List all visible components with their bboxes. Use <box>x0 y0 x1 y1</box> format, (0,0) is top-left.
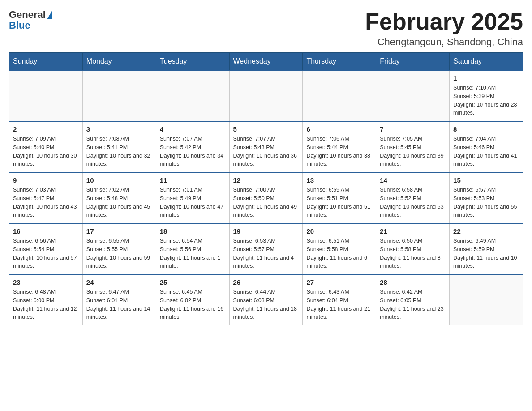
calendar-table: SundayMondayTuesdayWednesdayThursdayFrid… <box>9 52 523 325</box>
day-info: Sunrise: 7:07 AM Sunset: 5:42 PM Dayligh… <box>160 135 226 168</box>
calendar-cell: 14Sunrise: 6:58 AM Sunset: 5:52 PM Dayli… <box>376 172 450 223</box>
weekday-header-saturday: Saturday <box>450 53 523 71</box>
day-info: Sunrise: 6:55 AM Sunset: 5:55 PM Dayligh… <box>86 237 152 270</box>
calendar-cell <box>303 70 376 121</box>
day-number: 7 <box>380 125 446 133</box>
calendar-cell: 11Sunrise: 7:01 AM Sunset: 5:49 PM Dayli… <box>156 172 229 223</box>
calendar-cell: 10Sunrise: 7:02 AM Sunset: 5:48 PM Dayli… <box>82 172 156 223</box>
calendar-cell: 28Sunrise: 6:42 AM Sunset: 6:05 PM Dayli… <box>376 274 450 325</box>
calendar-cell: 7Sunrise: 7:05 AM Sunset: 5:45 PM Daylig… <box>376 121 450 172</box>
logo-general-text: General <box>9 9 46 21</box>
day-number: 20 <box>306 227 372 235</box>
week-row-4: 16Sunrise: 6:56 AM Sunset: 5:54 PM Dayli… <box>9 223 523 274</box>
weekday-header-monday: Monday <box>82 53 156 71</box>
day-number: 6 <box>306 125 372 133</box>
logo-triangle-icon <box>47 10 52 19</box>
calendar-cell: 4Sunrise: 7:07 AM Sunset: 5:42 PM Daylig… <box>156 121 229 172</box>
calendar-cell: 22Sunrise: 6:49 AM Sunset: 5:59 PM Dayli… <box>450 223 523 274</box>
day-info: Sunrise: 6:49 AM Sunset: 5:59 PM Dayligh… <box>453 237 519 270</box>
calendar-cell: 26Sunrise: 6:44 AM Sunset: 6:03 PM Dayli… <box>229 274 303 325</box>
day-number: 18 <box>160 227 226 235</box>
day-info: Sunrise: 6:53 AM Sunset: 5:57 PM Dayligh… <box>233 237 299 270</box>
day-info: Sunrise: 7:10 AM Sunset: 5:39 PM Dayligh… <box>453 84 519 117</box>
weekday-header-tuesday: Tuesday <box>156 53 229 71</box>
day-info: Sunrise: 6:48 AM Sunset: 6:00 PM Dayligh… <box>13 288 79 321</box>
week-row-1: 1Sunrise: 7:10 AM Sunset: 5:39 PM Daylig… <box>9 70 523 121</box>
day-number: 25 <box>160 278 226 286</box>
day-info: Sunrise: 7:07 AM Sunset: 5:43 PM Dayligh… <box>233 135 299 168</box>
weekday-header-row: SundayMondayTuesdayWednesdayThursdayFrid… <box>9 53 523 71</box>
calendar-cell: 9Sunrise: 7:03 AM Sunset: 5:47 PM Daylig… <box>9 172 83 223</box>
day-info: Sunrise: 7:08 AM Sunset: 5:41 PM Dayligh… <box>86 135 152 168</box>
day-number: 4 <box>160 125 226 133</box>
weekday-header-thursday: Thursday <box>303 53 376 71</box>
day-info: Sunrise: 6:50 AM Sunset: 5:58 PM Dayligh… <box>380 237 446 270</box>
day-info: Sunrise: 6:45 AM Sunset: 6:02 PM Dayligh… <box>160 288 226 321</box>
weekday-header-wednesday: Wednesday <box>229 53 303 71</box>
calendar-cell: 16Sunrise: 6:56 AM Sunset: 5:54 PM Dayli… <box>9 223 83 274</box>
calendar-cell <box>82 70 156 121</box>
calendar-cell <box>450 274 523 325</box>
day-info: Sunrise: 7:04 AM Sunset: 5:46 PM Dayligh… <box>453 135 519 168</box>
week-row-5: 23Sunrise: 6:48 AM Sunset: 6:00 PM Dayli… <box>9 274 523 325</box>
calendar-cell <box>229 70 303 121</box>
day-number: 8 <box>453 125 519 133</box>
day-number: 23 <box>13 278 79 286</box>
day-number: 13 <box>306 176 372 184</box>
calendar-cell: 23Sunrise: 6:48 AM Sunset: 6:00 PM Dayli… <box>9 274 83 325</box>
calendar-cell: 18Sunrise: 6:54 AM Sunset: 5:56 PM Dayli… <box>156 223 229 274</box>
day-number: 15 <box>453 176 519 184</box>
calendar-cell: 5Sunrise: 7:07 AM Sunset: 5:43 PM Daylig… <box>229 121 303 172</box>
day-number: 11 <box>160 176 226 184</box>
calendar-cell <box>9 70 83 121</box>
month-year-title: February 2025 <box>365 9 523 34</box>
calendar-cell: 13Sunrise: 6:59 AM Sunset: 5:51 PM Dayli… <box>303 172 376 223</box>
day-info: Sunrise: 7:09 AM Sunset: 5:40 PM Dayligh… <box>13 135 79 168</box>
calendar-cell: 25Sunrise: 6:45 AM Sunset: 6:02 PM Dayli… <box>156 274 229 325</box>
calendar-cell <box>156 70 229 121</box>
day-info: Sunrise: 6:44 AM Sunset: 6:03 PM Dayligh… <box>233 288 299 321</box>
day-info: Sunrise: 6:57 AM Sunset: 5:53 PM Dayligh… <box>453 186 519 219</box>
calendar-cell: 2Sunrise: 7:09 AM Sunset: 5:40 PM Daylig… <box>9 121 83 172</box>
calendar-cell: 12Sunrise: 7:00 AM Sunset: 5:50 PM Dayli… <box>229 172 303 223</box>
day-number: 21 <box>380 227 446 235</box>
calendar-cell: 1Sunrise: 7:10 AM Sunset: 5:39 PM Daylig… <box>450 70 523 121</box>
day-number: 28 <box>380 278 446 286</box>
day-info: Sunrise: 6:43 AM Sunset: 6:04 PM Dayligh… <box>306 288 372 321</box>
calendar-cell: 27Sunrise: 6:43 AM Sunset: 6:04 PM Dayli… <box>303 274 376 325</box>
day-number: 26 <box>233 278 299 286</box>
day-number: 5 <box>233 125 299 133</box>
day-info: Sunrise: 7:03 AM Sunset: 5:47 PM Dayligh… <box>13 186 79 219</box>
day-info: Sunrise: 7:05 AM Sunset: 5:45 PM Dayligh… <box>380 135 446 168</box>
calendar-cell: 20Sunrise: 6:51 AM Sunset: 5:58 PM Dayli… <box>303 223 376 274</box>
calendar-cell: 21Sunrise: 6:50 AM Sunset: 5:58 PM Dayli… <box>376 223 450 274</box>
day-number: 2 <box>13 125 79 133</box>
day-info: Sunrise: 7:00 AM Sunset: 5:50 PM Dayligh… <box>233 186 299 219</box>
day-number: 9 <box>13 176 79 184</box>
day-info: Sunrise: 6:42 AM Sunset: 6:05 PM Dayligh… <box>380 288 446 321</box>
day-number: 27 <box>306 278 372 286</box>
calendar-cell <box>376 70 450 121</box>
week-row-3: 9Sunrise: 7:03 AM Sunset: 5:47 PM Daylig… <box>9 172 523 223</box>
day-info: Sunrise: 6:59 AM Sunset: 5:51 PM Dayligh… <box>306 186 372 219</box>
day-number: 12 <box>233 176 299 184</box>
title-section: February 2025 Chengtangcun, Shandong, Ch… <box>365 9 523 48</box>
week-row-2: 2Sunrise: 7:09 AM Sunset: 5:40 PM Daylig… <box>9 121 523 172</box>
day-number: 17 <box>86 227 152 235</box>
calendar-cell: 19Sunrise: 6:53 AM Sunset: 5:57 PM Dayli… <box>229 223 303 274</box>
calendar-cell: 8Sunrise: 7:04 AM Sunset: 5:46 PM Daylig… <box>450 121 523 172</box>
day-number: 16 <box>13 227 79 235</box>
page-header: General Blue February 2025 Chengtangcun,… <box>9 9 523 48</box>
day-number: 22 <box>453 227 519 235</box>
logo-blue-text: Blue <box>9 20 30 31</box>
logo: General Blue <box>9 9 52 31</box>
day-info: Sunrise: 6:51 AM Sunset: 5:58 PM Dayligh… <box>306 237 372 270</box>
location-subtitle: Chengtangcun, Shandong, China <box>365 36 523 48</box>
day-number: 19 <box>233 227 299 235</box>
day-number: 10 <box>86 176 152 184</box>
calendar-cell: 15Sunrise: 6:57 AM Sunset: 5:53 PM Dayli… <box>450 172 523 223</box>
day-info: Sunrise: 6:47 AM Sunset: 6:01 PM Dayligh… <box>86 288 152 321</box>
weekday-header-sunday: Sunday <box>9 53 83 71</box>
day-number: 24 <box>86 278 152 286</box>
calendar-cell: 17Sunrise: 6:55 AM Sunset: 5:55 PM Dayli… <box>82 223 156 274</box>
